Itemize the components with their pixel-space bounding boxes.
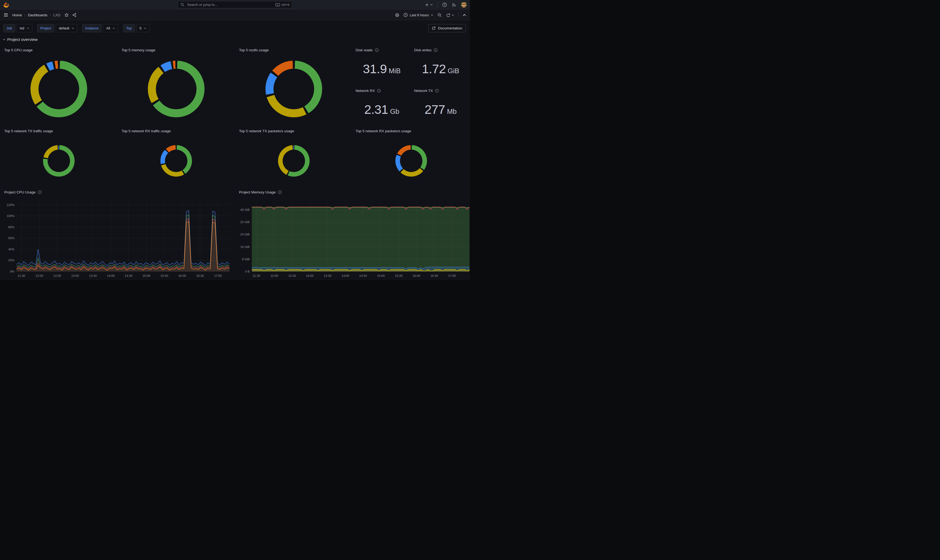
svg-text:12:00: 12:00: [270, 274, 278, 277]
panel-title-net-tx-packets[interactable]: Top 5 network TX packets/s usage: [239, 129, 294, 133]
panel-title-disk-writes[interactable]: Disk writes: [414, 48, 438, 52]
variable-top-label[interactable]: Top: [123, 24, 135, 32]
news-button[interactable]: [452, 2, 456, 7]
row-project-overview[interactable]: Project overview: [3, 37, 38, 42]
variable-job-value[interactable]: lxd: [17, 24, 32, 32]
variable-top: Top 5: [123, 24, 149, 32]
svg-text:14:30: 14:30: [359, 274, 367, 277]
help-button[interactable]: ?: [442, 2, 447, 7]
mega-menu-toggle[interactable]: [4, 13, 8, 17]
share-icon: [72, 13, 77, 17]
variable-project-label[interactable]: Project: [37, 24, 54, 32]
svg-text:13:00: 13:00: [71, 274, 79, 277]
gear-icon: [395, 13, 399, 17]
svg-text:17:00: 17:00: [214, 274, 222, 277]
info-icon[interactable]: [375, 48, 379, 52]
zoom-out-button[interactable]: [438, 13, 442, 17]
rss-icon: [452, 2, 456, 7]
help-icon: ?: [442, 2, 447, 7]
svg-text:24 GiB: 24 GiB: [240, 233, 250, 236]
search-input[interactable]: [186, 2, 273, 7]
divider: [458, 12, 459, 18]
donut-net-rx-traffic[interactable]: [160, 145, 192, 177]
donut-net-tx-traffic[interactable]: [43, 145, 75, 177]
clock-icon: [404, 13, 408, 17]
breadcrumb-dashboard-name[interactable]: LXD: [54, 13, 60, 17]
svg-text:16:30: 16:30: [196, 274, 204, 277]
favorite-button[interactable]: [65, 13, 69, 17]
panel-title-rootfs-usage[interactable]: Top 5 rootfs usage: [239, 48, 269, 52]
variable-instance-label[interactable]: Instance: [82, 24, 102, 32]
collapse-controls-button[interactable]: [462, 14, 466, 16]
time-range-label: Last 6 hours: [410, 13, 429, 17]
chevron-down-icon: [452, 14, 454, 16]
variable-instance: Instance All: [82, 24, 118, 32]
project-cpu-usage-chart[interactable]: 0%20%40%60%80%100%120%11:3012:0012:3013:…: [0, 187, 235, 280]
add-new-button[interactable]: [425, 3, 433, 7]
svg-text:11:30: 11:30: [18, 274, 25, 277]
grafana-dashboard: ctrl+k ?: [0, 0, 470, 280]
donut-top5-rootfs-usage[interactable]: [265, 61, 322, 117]
variable-top-value[interactable]: 5: [136, 24, 149, 32]
top-bar: ctrl+k ?: [0, 0, 470, 9]
panel-title-cpu-usage[interactable]: Top 5 CPU usage: [4, 48, 32, 52]
panel-title-network-tx[interactable]: Network TX: [414, 89, 439, 93]
search-shortcut: ctrl+k: [282, 3, 290, 7]
svg-text:17:00: 17:00: [448, 274, 456, 277]
global-search[interactable]: ctrl+k: [178, 1, 292, 8]
panel-title-disk-reads[interactable]: Disk reads: [356, 48, 379, 52]
panel-title-net-rx-traffic[interactable]: Top 5 network RX traffic usage: [122, 129, 171, 133]
variable-job: Job lxd: [3, 24, 32, 32]
donut-net-rx-packets[interactable]: [395, 145, 427, 177]
panel-title-net-tx-traffic[interactable]: Top 5 network TX traffic usage: [4, 129, 53, 133]
donut-net-tx-packets[interactable]: [278, 145, 310, 177]
documentation-button[interactable]: Documentation: [428, 24, 466, 32]
search-icon: [180, 3, 185, 7]
svg-text:120%: 120%: [7, 203, 14, 206]
svg-text:16 GiB: 16 GiB: [240, 245, 250, 248]
stat-disk-reads: 31.9 MiB: [352, 62, 411, 76]
star-icon: [65, 13, 69, 17]
donut-top5-memory-usage[interactable]: [148, 61, 205, 117]
panel-title-memory-usage[interactable]: Top 5 memory usage: [122, 48, 155, 52]
svg-text:15:00: 15:00: [142, 274, 150, 277]
svg-text:14:30: 14:30: [125, 274, 133, 277]
project-memory-usage-chart[interactable]: 0 B8 GiB16 GiB24 GiB32 GiB40 GiB11:3012:…: [235, 187, 470, 280]
section-title: Project overview: [7, 37, 38, 42]
info-icon[interactable]: [434, 48, 438, 52]
panel-title-net-rx-packets[interactable]: Top 5 network RX packets/s usage: [356, 129, 411, 133]
svg-text:12:30: 12:30: [54, 274, 61, 277]
chevron-down-icon: [431, 14, 433, 16]
svg-text:0%: 0%: [10, 270, 14, 273]
variable-instance-value[interactable]: All: [103, 24, 118, 32]
info-icon[interactable]: [435, 89, 439, 93]
dashboard-settings-button[interactable]: [395, 13, 399, 17]
zoom-out-icon: [438, 13, 442, 17]
time-range-picker[interactable]: Last 6 hours: [404, 13, 433, 17]
breadcrumb-separator: ›: [24, 13, 25, 17]
chevron-down-icon: [144, 28, 146, 29]
user-avatar[interactable]: [461, 2, 467, 8]
svg-text:16:30: 16:30: [430, 274, 438, 277]
variable-project-value[interactable]: default: [55, 24, 77, 32]
svg-text:11:30: 11:30: [253, 274, 260, 277]
share-button[interactable]: [72, 13, 77, 17]
external-link-icon: [432, 26, 436, 30]
svg-text:12:00: 12:00: [35, 274, 43, 277]
variable-job-label[interactable]: Job: [3, 24, 15, 32]
grafana-logo[interactable]: [3, 2, 10, 8]
svg-text:16:00: 16:00: [413, 274, 420, 277]
chevron-down-icon: [27, 28, 29, 29]
keyboard-icon: [275, 3, 280, 6]
chevron-down-icon: [72, 28, 74, 29]
panel-title-network-rx[interactable]: Network RX: [356, 89, 381, 93]
breadcrumb-dashboards[interactable]: Dashboards: [28, 13, 47, 17]
svg-text:15:30: 15:30: [160, 274, 168, 277]
refresh-button[interactable]: [446, 13, 454, 17]
info-icon[interactable]: [377, 89, 381, 93]
stat-disk-writes: 1.72 GiB: [411, 62, 470, 76]
breadcrumb-home[interactable]: Home: [12, 13, 22, 17]
chevron-down-icon: [112, 28, 115, 29]
donut-top5-cpu-usage[interactable]: [31, 61, 87, 117]
variables-row: Job lxd Project default Instance All: [3, 24, 149, 32]
